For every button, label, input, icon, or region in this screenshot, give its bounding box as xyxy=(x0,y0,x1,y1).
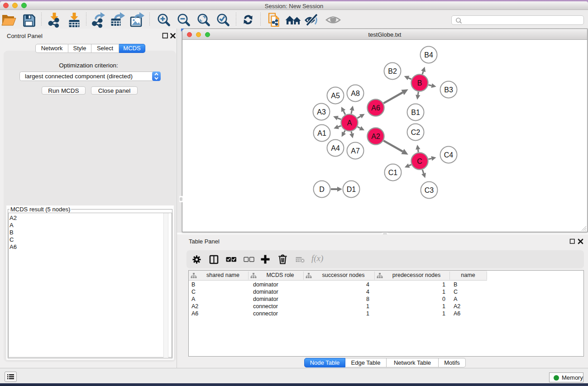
svg-text:A8: A8 xyxy=(351,90,360,97)
svg-text:A1: A1 xyxy=(317,129,326,137)
svg-text:B4: B4 xyxy=(424,51,433,59)
svg-text:C4: C4 xyxy=(444,151,454,159)
svg-text:A3: A3 xyxy=(317,108,326,116)
svg-text:A4: A4 xyxy=(331,144,340,152)
svg-text:C: C xyxy=(417,157,422,165)
svg-text:C1: C1 xyxy=(388,169,398,176)
svg-text:A7: A7 xyxy=(351,147,360,155)
svg-text:B1: B1 xyxy=(411,109,420,116)
svg-text:A6: A6 xyxy=(371,104,380,112)
svg-text:A5: A5 xyxy=(331,92,340,100)
svg-text:B: B xyxy=(417,79,422,87)
svg-text:A2: A2 xyxy=(371,133,380,140)
svg-text:A: A xyxy=(347,119,352,127)
svg-text:B2: B2 xyxy=(388,67,397,75)
svg-text:D1: D1 xyxy=(347,186,356,193)
svg-text:C2: C2 xyxy=(411,129,421,136)
svg-text:B3: B3 xyxy=(444,86,453,94)
svg-text:D: D xyxy=(319,186,325,193)
svg-text:C3: C3 xyxy=(425,186,434,194)
